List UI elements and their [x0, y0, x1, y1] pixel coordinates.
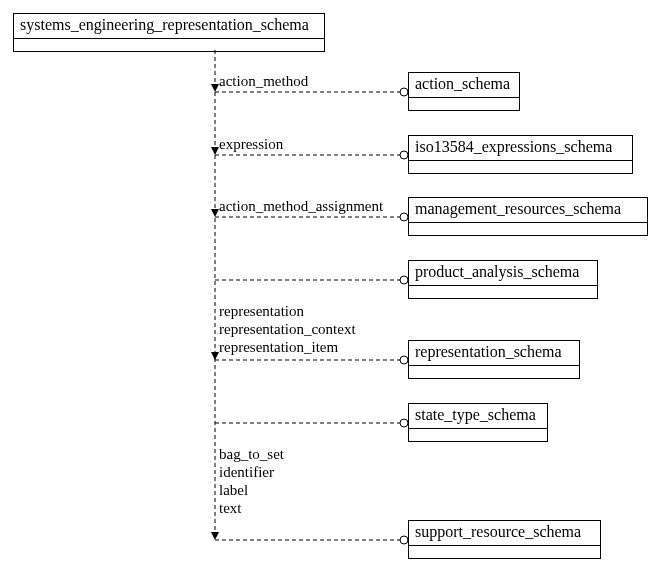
- schema-box-product: product_analysis_schema: [408, 260, 598, 299]
- schema-title-repr: representation_schema: [409, 341, 579, 366]
- svg-marker-14: [211, 352, 219, 360]
- schema-title-product: product_analysis_schema: [409, 261, 597, 286]
- svg-point-8: [400, 213, 408, 221]
- svg-point-16: [400, 419, 408, 427]
- schema-box-iso: iso13584_expressions_schema: [408, 135, 633, 174]
- svg-point-5: [400, 151, 408, 159]
- svg-point-18: [400, 536, 408, 544]
- schema-box-support: support_resource_schema: [408, 520, 601, 559]
- schema-title-statetype: state_type_schema: [409, 404, 547, 429]
- svg-point-11: [400, 276, 408, 284]
- edge-label-iso: expression: [219, 135, 283, 153]
- schema-body-source: [14, 39, 324, 51]
- edge-label-support: bag_to_set identifier label text: [219, 445, 284, 517]
- schema-box-action: action_schema: [408, 72, 520, 111]
- schema-box-repr: representation_schema: [408, 340, 580, 379]
- svg-point-2: [400, 88, 408, 96]
- schema-box-statetype: state_type_schema: [408, 403, 548, 442]
- schema-box-source: systems_engineering_representation_schem…: [13, 13, 325, 52]
- schema-title-action: action_schema: [409, 73, 519, 98]
- svg-point-13: [400, 356, 408, 364]
- diagram-canvas: systems_engineering_representation_schem…: [0, 0, 666, 582]
- schema-title-source: systems_engineering_representation_schem…: [14, 14, 324, 39]
- schema-title-mgmt: management_resources_schema: [409, 198, 647, 223]
- svg-marker-6: [211, 147, 219, 155]
- svg-marker-19: [211, 532, 219, 540]
- svg-marker-3: [211, 84, 219, 92]
- schema-title-iso: iso13584_expressions_schema: [409, 136, 632, 161]
- edge-label-mgmt: action_method_assignment: [219, 197, 383, 215]
- edge-label-repr: representation representation_context re…: [219, 302, 356, 356]
- svg-marker-9: [211, 209, 219, 217]
- schema-title-support: support_resource_schema: [409, 521, 600, 546]
- schema-box-mgmt: management_resources_schema: [408, 197, 648, 236]
- edge-label-action: action_method: [219, 72, 308, 90]
